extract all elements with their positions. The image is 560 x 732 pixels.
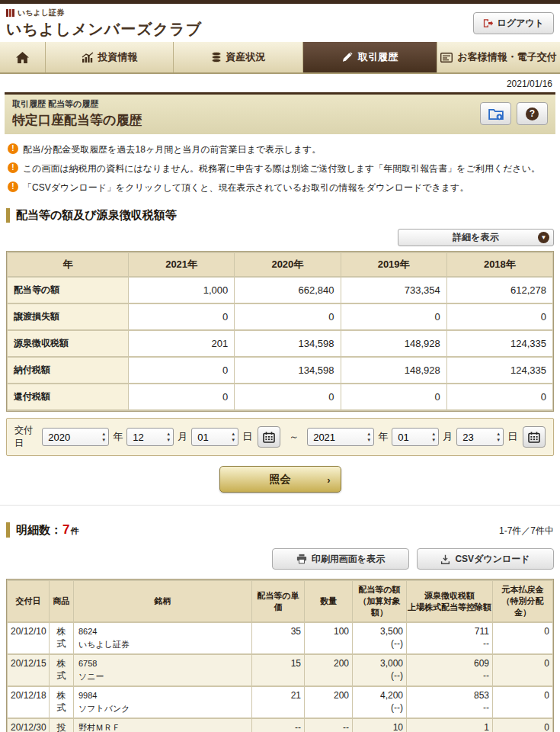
spinner-arrows-icon[interactable]: ▲▼ <box>101 431 106 443</box>
add-favorite-button[interactable] <box>480 102 511 125</box>
summary-value-cell: 0 <box>447 304 552 329</box>
details-row: 20/12/18株式9984ソフトバンク212004,200(--)853--0 <box>8 687 552 718</box>
from-day-field: ▲▼ <box>191 428 238 446</box>
summary-column-header: 2019年 <box>341 253 446 276</box>
summary-row-label: 譲渡損失額 <box>8 304 128 329</box>
result-range-text: 1-7件／7件中 <box>499 525 554 538</box>
nav-tab-customer-info[interactable]: お客様情報・電子交付 <box>437 42 560 72</box>
brand: いちよし証券 いちよしメンバーズクラブ <box>6 8 202 40</box>
notice-item: ! 「CSVダウンロード」をクリックして頂くと、現在表示されているお取引の情報を… <box>8 181 552 194</box>
logout-button[interactable]: ログアウト <box>473 12 554 34</box>
month-unit: 月 <box>178 430 187 444</box>
notice-text: 配当/分配金受取履歴を過去18ヶ月間と当月の前営業日まで表示します。 <box>23 143 321 156</box>
spinner-arrows-icon[interactable]: ▲▼ <box>231 431 235 443</box>
section-divider <box>0 505 560 506</box>
summary-value-cell: 0 <box>235 304 340 329</box>
summary-section-label: 配当等の額及び源泉徴収税額等 <box>16 208 177 223</box>
summary-column-header: 2018年 <box>447 253 552 276</box>
spinner-arrows-icon[interactable]: ▲▼ <box>496 431 501 443</box>
nav-tab-label: 投資情報 <box>98 50 138 64</box>
cell-name: 8624いちよし証券 <box>74 623 251 653</box>
summary-row: 譲渡損失額0000 <box>8 304 552 329</box>
details-column-header: 源泉徴収税額上場株式配当等控除額 <box>407 581 492 621</box>
details-row: 20/12/30投信野村ＭＲＦ----10(--)1--0 <box>8 719 552 732</box>
logout-label: ログアウト <box>498 17 544 30</box>
summary-row-label: 配当等の額 <box>8 278 128 303</box>
alert-icon: ! <box>8 162 18 173</box>
details-column-header: 商品 <box>50 581 73 621</box>
help-button[interactable]: ? <box>517 102 548 125</box>
summary-table-wrap: 年2021年2020年2019年2018年 配当等の額1,000662,8407… <box>6 251 554 412</box>
summary-value-cell: 201 <box>129 331 234 356</box>
cell-amount: 4,200(--) <box>353 687 406 718</box>
details-column-header: 配当等の単価 <box>252 581 304 621</box>
notice-text: 「CSVダウンロード」をクリックして頂くと、現在表示されているお取引の情報をダウ… <box>23 181 469 194</box>
logout-icon <box>483 18 494 28</box>
summary-value-cell: 1,000 <box>129 278 234 303</box>
from-year-input[interactable] <box>42 428 109 446</box>
details-column-header: 元本払戻金（特別分配金） <box>493 581 552 621</box>
details-count-label: 明細数： <box>16 523 62 536</box>
nav-tab-label: 資産状況 <box>226 50 266 64</box>
summary-value-cell: 733,354 <box>341 278 446 303</box>
notice-list: ! 配当/分配金受取履歴を過去18ヶ月間と当月の前営業日まで表示します。 ! こ… <box>0 134 560 202</box>
spinner-arrows-icon[interactable]: ▲▼ <box>431 431 436 443</box>
from-calendar-button[interactable] <box>258 426 280 448</box>
cell-date: 20/12/10 <box>8 623 49 653</box>
month-unit: 月 <box>443 430 453 444</box>
calendar-icon <box>528 432 540 443</box>
cell-refund: 0 <box>493 655 552 685</box>
show-detail-label: 詳細を表示 <box>453 231 498 244</box>
range-tilde: ～ <box>284 430 303 444</box>
day-unit: 日 <box>507 430 517 444</box>
notice-item: ! 配当/分配金受取履歴を過去18ヶ月間と当月の前営業日まで表示します。 <box>8 143 552 156</box>
summary-value-cell: 148,928 <box>341 331 446 356</box>
brand-small: いちよし証券 <box>6 8 202 18</box>
show-detail-button[interactable]: 詳細を表示 ▼ <box>398 229 554 246</box>
cell-amount: 3,500(--) <box>353 623 406 653</box>
pencil-icon <box>342 52 354 63</box>
cell-tax: 609-- <box>407 655 492 685</box>
to-year-field: ▲▼ <box>307 428 374 446</box>
cell-name: 野村ＭＲＦ <box>74 719 251 732</box>
inquiry-button[interactable]: 照会 › <box>219 466 341 493</box>
spinner-arrows-icon[interactable]: ▲▼ <box>366 431 371 443</box>
summary-header-row: 年2021年2020年2019年2018年 <box>8 253 552 276</box>
nav-tab-investment-info[interactable]: 投資情報 <box>46 42 174 72</box>
brand-logo-icon <box>6 9 14 17</box>
summary-row-label: 還付税額 <box>8 384 128 409</box>
alert-icon: ! <box>8 181 18 192</box>
csv-download-button[interactable]: CSVダウンロード <box>417 548 554 570</box>
summary-value-cell: 0 <box>447 384 552 409</box>
to-year-input[interactable] <box>307 428 374 446</box>
cell-quantity: 200 <box>305 655 352 685</box>
cell-refund: 0 <box>493 719 552 732</box>
page-title: 特定口座配当等の履歴 <box>12 111 142 129</box>
download-icon <box>440 554 450 564</box>
print-view-button[interactable]: 印刷用画面を表示 <box>272 548 409 570</box>
cell-amount: 10(--) <box>353 719 406 732</box>
chart-icon <box>82 52 94 63</box>
current-date: 2021/01/16 <box>0 74 560 92</box>
notice-item: ! この画面は納税用の資料にはなりません。税務署に申告する際は別途ご送付致します… <box>8 162 552 175</box>
printer-icon <box>296 554 307 564</box>
to-month-field: ▲▼ <box>392 428 439 446</box>
site-header: いちよし証券 いちよしメンバーズクラブ ログアウト <box>0 4 560 42</box>
cell-refund: 0 <box>493 687 552 718</box>
summary-row: 源泉徴収税額201134,598148,928124,335 <box>8 331 552 356</box>
details-count-unit: 件 <box>70 526 78 535</box>
details-table: 交付日商品銘柄配当等の単価数量配当等の額（加算対象額）源泉徴収税額上場株式配当等… <box>7 580 553 732</box>
nav-tab-assets[interactable]: 資産状況 <box>174 42 303 72</box>
details-row: 20/12/10株式8624いちよし証券351003,500(--)711--0 <box>8 623 552 653</box>
to-calendar-button[interactable] <box>523 426 546 448</box>
from-month-field: ▲▼ <box>126 428 174 446</box>
summary-row: 納付税額0134,598148,928124,335 <box>8 358 552 383</box>
summary-value-cell: 148,928 <box>341 358 446 383</box>
summary-value-cell: 134,598 <box>235 358 340 383</box>
nav-tab-home[interactable] <box>0 42 46 72</box>
nav-tab-transaction-history[interactable]: 取引履歴 <box>303 42 437 72</box>
summary-value-cell: 612,278 <box>447 278 552 303</box>
summary-value-cell: 0 <box>129 358 234 383</box>
spinner-arrows-icon[interactable]: ▲▼ <box>166 431 171 443</box>
cell-tax: 853-- <box>407 687 492 718</box>
